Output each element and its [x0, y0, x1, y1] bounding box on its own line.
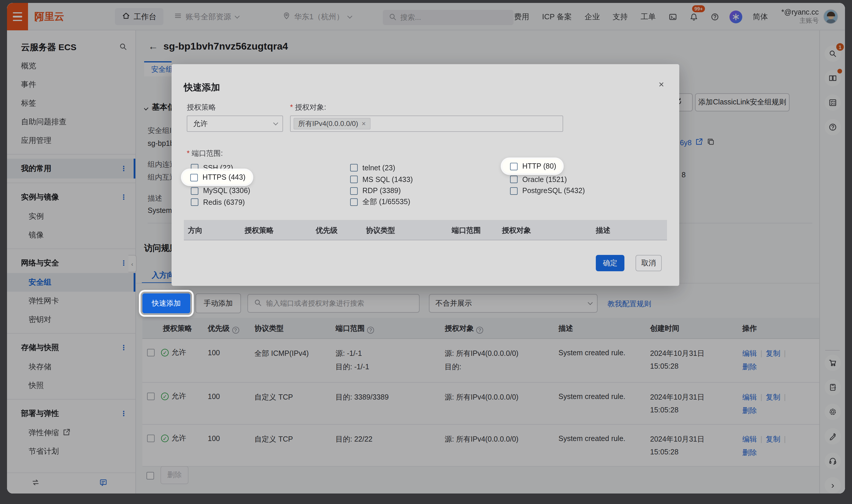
port-range-label: 端口范围: [187, 149, 223, 159]
highlight-quick-add-button[interactable]: 快速添加 [141, 292, 192, 315]
chevron-down-icon [273, 121, 278, 125]
https-option-label: HTTPS (443) [202, 173, 245, 181]
checkbox-icon[interactable] [191, 187, 198, 195]
checkbox-icon[interactable] [510, 176, 518, 183]
port-option-PostgreSQL (5432)[interactable]: PostgreSQL (5432) [510, 185, 585, 197]
target-label: 授权对象: [290, 103, 326, 112]
browser-window: (-) 阿里云 工作台 账号全部资源 华东1（杭州） 搜索... [7, 3, 845, 493]
policy-label: 授权策略 [187, 103, 216, 112]
modal-cancel-label: 取消 [641, 258, 656, 268]
modal-column-header-授权对象: 授权对象 [502, 226, 531, 236]
checkbox-icon[interactable] [350, 199, 358, 206]
modal-ok-button[interactable]: 确定 [596, 255, 624, 271]
port-option-MS SQL (1433)[interactable]: MS SQL (1433) [350, 174, 413, 185]
modal-preview-table: 方向授权策略优先级协议类型端口范围授权对象描述 [184, 220, 667, 253]
checkbox-icon[interactable] [510, 187, 518, 195]
modal-close-icon[interactable]: × [659, 79, 664, 90]
checkbox-icon[interactable] [350, 187, 358, 195]
port-option-label: Oracle (1521) [522, 175, 567, 183]
port-option-MySQL (3306)[interactable]: MySQL (3306) [191, 185, 250, 197]
port-option-Oracle (1521)[interactable]: Oracle (1521) [510, 174, 585, 185]
target-tag: 所有IPv4(0.0.0.0/0) × [294, 118, 370, 129]
port-option-label: Redis (6379) [203, 198, 245, 206]
modal-cancel-button[interactable]: 取消 [636, 255, 662, 271]
port-option-label: telnet (23) [362, 164, 395, 172]
checkbox-icon[interactable] [191, 199, 198, 206]
modal-column-header-方向: 方向 [188, 226, 202, 236]
port-option-RDP (3389)[interactable]: RDP (3389) [350, 185, 413, 197]
port-option-Redis (6379)[interactable]: Redis (6379) [191, 197, 250, 208]
highlight-https-443-checkbox[interactable]: HTTPS (443) [183, 170, 251, 184]
highlight-http-80-checkbox[interactable]: HTTP (80) [502, 159, 562, 173]
port-option-label: 全部 (1/65535) [362, 197, 410, 208]
port-option-全部 (1/65535)[interactable]: 全部 (1/65535) [350, 197, 413, 208]
modal-column-header-描述: 描述 [596, 226, 610, 236]
policy-select-value: 允许 [193, 119, 208, 129]
checkbox-icon[interactable] [350, 176, 358, 183]
http-option-label: HTTP (80) [522, 162, 556, 170]
checkbox-icon[interactable] [350, 164, 358, 172]
port-option-label: MySQL (3306) [203, 187, 250, 195]
modal-title: 快速添加 [184, 82, 220, 94]
modal-ok-label: 确定 [603, 258, 617, 268]
modal-column-header-协议类型: 协议类型 [366, 226, 395, 236]
target-tag-remove-icon[interactable]: × [361, 120, 366, 128]
modal-column-header-优先级: 优先级 [316, 226, 338, 236]
policy-select[interactable]: 允许 [187, 115, 283, 132]
checkbox-icon[interactable] [510, 162, 518, 170]
port-option-telnet (23)[interactable]: telnet (23) [350, 162, 413, 174]
target-tag-text: 所有IPv4(0.0.0.0/0) [298, 119, 358, 129]
modal-column-header-端口范围: 端口范围 [452, 226, 481, 236]
target-input[interactable]: 所有IPv4(0.0.0.0/0) × [290, 115, 563, 132]
modal-column-header-授权策略: 授权策略 [245, 226, 274, 236]
port-option-label: RDP (3389) [362, 187, 401, 195]
port-option-label: PostgreSQL (5432) [522, 187, 585, 195]
checkbox-icon[interactable] [190, 174, 198, 181]
port-option-label: MS SQL (1433) [362, 175, 413, 183]
